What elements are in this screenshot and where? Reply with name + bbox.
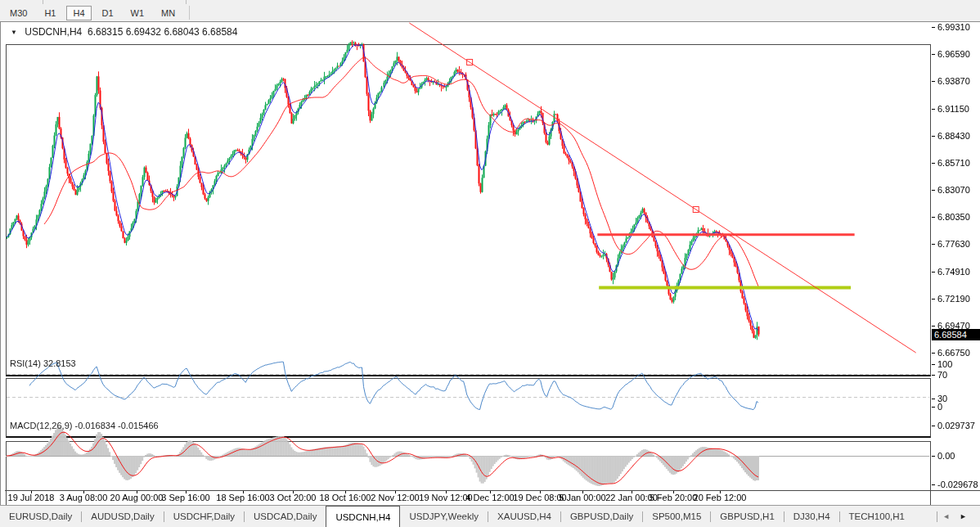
time-tick-label: 20 Aug 00:00 — [110, 493, 164, 502]
time-tick-label: 3 Sep 16:00 — [161, 493, 209, 502]
rsi-scale-label: 100 — [937, 359, 952, 369]
price-tick-label: 6.72190 — [937, 294, 970, 304]
time-tick-label: 3 Oct 20:00 — [270, 493, 317, 502]
tab-xauusd-h4[interactable]: XAUUSD,H4 — [488, 506, 560, 527]
timeframe-d1-button[interactable]: D1 — [96, 6, 120, 20]
rsi-scale-label: 70 — [937, 370, 947, 380]
price-tick-label: 6.91150 — [937, 104, 969, 114]
timeframe-h1-button[interactable]: H1 — [38, 6, 62, 20]
time-tick-label: 19 Jul 2018 — [8, 493, 55, 502]
macd-scale-label: -0.029678 — [937, 480, 978, 489]
time-tick-label: 5 Feb 20:00 — [650, 493, 698, 502]
price-tick-label: 6.83070 — [937, 185, 970, 195]
time-tick-label: 19 Nov 12:00 — [419, 493, 472, 502]
price-tick-label: 6.66750 — [937, 348, 970, 358]
chart-ohlc-values: 6.68315 6.69432 6.68043 6.68584 — [88, 26, 238, 38]
time-tick-label: 5 Jan 00:00 — [559, 493, 606, 502]
time-tick-label: 20 Feb 12:00 — [694, 493, 747, 502]
chart-title: ▼ USDCNH,H4 6.68315 6.69432 6.68043 6.68… — [11, 26, 237, 38]
chart-symbol-period: USDCNH,H4 — [25, 26, 82, 38]
tab-sp500-m15[interactable]: SP500,M15 — [643, 506, 710, 527]
expand-arrow-icon[interactable]: ▼ — [11, 29, 17, 36]
tab-usdcad-daily[interactable]: USDCAD,Daily — [245, 506, 326, 527]
macd-scale-label: 0.00 — [937, 451, 955, 461]
mt4-window: M30 H1 H4 D1 W1 MN ▼ USDCNH,H4 6.68315 6… — [0, 0, 980, 527]
price-tick-label: 6.80350 — [937, 212, 970, 222]
timeframe-m30-button[interactable]: M30 — [3, 6, 34, 20]
tab-usdcnh-h4[interactable]: USDCNH,H4 — [326, 506, 400, 527]
current-price-tag: 6.68584 — [932, 329, 980, 340]
timeframe-h4-button[interactable]: H4 — [66, 6, 91, 20]
time-tick-label: 4 Dec 12:00 — [465, 493, 514, 502]
price-tick-label: 6.96590 — [937, 49, 970, 59]
price-pane[interactable] — [6, 44, 931, 376]
macd-scale-label: 0.029737 — [937, 421, 975, 430]
price-tick-label: 6.77630 — [937, 239, 970, 249]
price-tick-label: 6.74910 — [937, 267, 970, 277]
macd-label: MACD(12,26,9) -0.016834 -0.015466 — [10, 421, 159, 430]
tab-gbpusd-h1[interactable]: GBPUSD,H1 — [711, 506, 783, 527]
tab-usdchf-daily[interactable]: USDCHF,Daily — [164, 506, 244, 527]
price-tick-label: 6.88430 — [937, 131, 970, 141]
tab-usdjpy-weekly[interactable]: USDJPY,Weekly — [400, 506, 488, 527]
toolbar-separator — [189, 6, 190, 20]
time-tick-label: 18 Sep 16:00 — [216, 493, 269, 502]
tab-audusd-daily[interactable]: AUDUSD,Daily — [82, 506, 163, 527]
time-tick-label: 3 Aug 08:00 — [60, 493, 108, 502]
time-axis-border — [5, 490, 980, 491]
chart-window — [0, 21, 980, 527]
price-tick-label: 6.99310 — [937, 22, 970, 32]
timeframe-mn-button[interactable]: MN — [155, 6, 182, 20]
tab-dj30-h4[interactable]: DJ30,H4 — [784, 506, 839, 527]
tab-scroll-left-icon[interactable]: ◄ — [937, 512, 955, 520]
tab-eurusd-daily[interactable]: EURUSD,Daily — [0, 506, 81, 527]
tab-scroll-right-icon[interactable]: ► — [955, 512, 972, 520]
timeframe-w1-button[interactable]: W1 — [124, 6, 151, 20]
price-tick-label: 6.93870 — [937, 76, 970, 86]
tab-gbpusd-daily[interactable]: GBPUSD,Daily — [561, 506, 642, 527]
time-tick-label: 2 Nov 12:00 — [371, 493, 419, 502]
rsi-scale-label: 0 — [937, 402, 942, 412]
rsi-label: RSI(14) 32.8153 — [10, 358, 76, 368]
tab-tech100-h1[interactable]: TECH100,H1 — [840, 506, 914, 527]
time-tick-label: 18 Oct 16:00 — [320, 493, 371, 502]
timeframe-toolbar: M30 H1 H4 D1 W1 MN — [0, 4, 980, 21]
tab-scroll-controls: ◄ ► — [937, 506, 980, 527]
price-tick-label: 6.85710 — [937, 158, 970, 168]
chart-tab-bar: EURUSD,Daily AUDUSD,Daily USDCHF,Daily U… — [0, 505, 980, 527]
